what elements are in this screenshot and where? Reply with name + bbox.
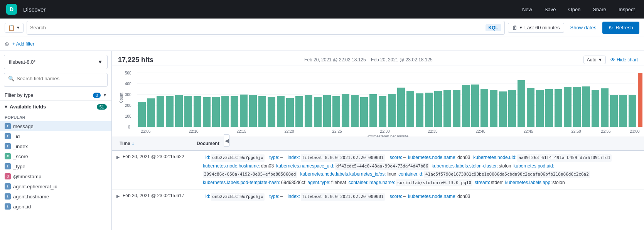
- svg-rect-54: [527, 88, 534, 127]
- svg-text:@timestamp per minute: @timestamp per minute: [368, 134, 409, 137]
- share-button[interactable]: Share: [590, 5, 609, 14]
- field-item-timestamp[interactable]: d @timestamp: [0, 171, 111, 181]
- field-item-id[interactable]: t _id: [0, 131, 111, 141]
- field-item-score[interactable]: # _score: [0, 151, 111, 161]
- table-row-header-2[interactable]: ▶ Feb 20, 2021 @ 23:02:15.617 _id: onb2v…: [112, 190, 644, 204]
- field-name-message: message: [13, 123, 34, 129]
- field-item-index[interactable]: t _index: [0, 141, 111, 151]
- filter-row: ⊕ + Add filter: [0, 37, 644, 51]
- index-pattern-label: filebeat-8.0*: [9, 59, 35, 65]
- col-doc: Document: [194, 141, 639, 146]
- expand-icon-1[interactable]: ▶: [116, 155, 120, 160]
- field-item-agent-hostname[interactable]: t agent.hostname: [0, 191, 111, 201]
- chart-header: 17,225 hits Feb 20, 2021 @ 22:02:18.125 …: [112, 51, 644, 66]
- fields-count-badge: 51: [97, 104, 107, 110]
- svg-rect-23: [240, 95, 248, 127]
- svg-text:22:55: 22:55: [601, 129, 610, 134]
- svg-rect-34: [342, 94, 349, 127]
- search-fields-icon: 🔍: [8, 76, 14, 81]
- cell-time-1: Feb 20, 2021 @ 23:02:15.622: [123, 154, 200, 159]
- field-item-agent-id[interactable]: t agent.id: [0, 201, 111, 211]
- save-button[interactable]: Save: [541, 5, 559, 14]
- calendar-icon: 🗓: [512, 25, 518, 31]
- svg-rect-59: [573, 87, 581, 127]
- cell-time-2: Feb 20, 2021 @ 23:02:15.617: [123, 193, 200, 198]
- svg-rect-60: [582, 86, 590, 127]
- search-input-wrap: KQL: [27, 21, 505, 35]
- new-button[interactable]: New: [519, 5, 535, 14]
- kql-badge[interactable]: KQL: [486, 24, 501, 31]
- svg-rect-12: [138, 102, 146, 127]
- svg-rect-39: [388, 94, 396, 127]
- sort-icon: ↓: [132, 141, 134, 146]
- time-filter[interactable]: 🗓 ▼ Last 60 minutes: [508, 23, 564, 33]
- svg-text:200: 200: [125, 103, 131, 108]
- top-nav: D Discover New Save Open Share Inspect: [0, 0, 644, 19]
- field-type-t: t: [5, 163, 11, 169]
- svg-rect-62: [601, 88, 609, 127]
- field-type-t: t: [5, 133, 11, 139]
- table-wrap: Time ↓ Document ▶ Feb 20, 2021 @ 23:02:1…: [112, 137, 644, 230]
- svg-rect-32: [323, 95, 331, 127]
- svg-rect-16: [175, 95, 183, 127]
- svg-text:0: 0: [128, 125, 130, 129]
- field-item-type[interactable]: t _type: [0, 161, 111, 171]
- svg-rect-49: [480, 89, 488, 127]
- svg-rect-36: [360, 97, 368, 127]
- filter-type-chevron: ▼: [103, 93, 107, 97]
- svg-rect-30: [305, 95, 312, 127]
- svg-text:100: 100: [125, 114, 131, 118]
- svg-rect-33: [332, 96, 340, 127]
- field-item-agent-ephemeral[interactable]: t agent.ephemeral_id: [0, 181, 111, 191]
- search-fields-input[interactable]: [17, 76, 103, 81]
- add-filter-button[interactable]: + Add filter: [12, 41, 34, 47]
- app-title: Discover: [23, 6, 46, 13]
- svg-rect-35: [351, 95, 359, 127]
- field-type-date: d: [5, 173, 11, 179]
- main-layout: filebeat-8.0* ▼ 🔍 Filter by type 0 ▼ ▾ A…: [0, 51, 644, 230]
- svg-rect-26: [268, 97, 275, 127]
- field-name-agent-id: agent.id: [13, 204, 31, 210]
- field-type-t: t: [5, 123, 11, 129]
- available-fields-title: ▾ Available fields: [5, 104, 46, 110]
- histogram-chart: 500 400 300 200 100 0: [118, 69, 642, 137]
- svg-rect-17: [184, 96, 192, 127]
- field-item-message[interactable]: t message: [0, 121, 111, 131]
- time-filter-label: Last 60 minutes: [524, 25, 560, 30]
- date-range: Feb 20, 2021 @ 22:02:18.125 – Feb 20, 20…: [304, 57, 433, 63]
- field-name-agent-ephemeral: agent.ephemeral_id: [13, 184, 57, 189]
- refresh-button[interactable]: ↻ Refresh: [602, 22, 639, 34]
- field-type-num: #: [5, 153, 11, 159]
- svg-text:500: 500: [125, 71, 131, 75]
- svg-rect-22: [231, 96, 238, 127]
- svg-text:22:35: 22:35: [428, 129, 437, 134]
- field-name-timestamp: @timestamp: [13, 174, 41, 179]
- hide-chart-button[interactable]: 👁 Hide chart: [610, 57, 638, 63]
- inspect-button[interactable]: Inspect: [615, 5, 638, 14]
- table-row-header-1[interactable]: ▶ Feb 20, 2021 @ 23:02:15.622 _id: o3b2v…: [112, 151, 644, 189]
- svg-rect-25: [258, 96, 266, 127]
- search-type-selector[interactable]: 📋 ▼: [5, 23, 24, 33]
- svg-rect-31: [314, 97, 322, 127]
- svg-text:300: 300: [125, 93, 131, 97]
- show-dates-button[interactable]: Show dates: [567, 23, 600, 32]
- refresh-icon: ↻: [609, 25, 613, 31]
- calendar-chevron: ▼: [519, 25, 523, 30]
- svg-rect-55: [536, 90, 544, 127]
- search-input[interactable]: [30, 25, 486, 30]
- svg-text:22:20: 22:20: [284, 129, 294, 134]
- popular-label: Popular: [0, 113, 111, 121]
- col-time: Time ↓: [116, 141, 194, 146]
- table-row: ▶ Feb 20, 2021 @ 23:02:15.622 _id: o3b2v…: [112, 151, 644, 190]
- auto-select[interactable]: Auto ▼: [583, 56, 606, 64]
- search-bar-row: 📋 ▼ KQL 🗓 ▼ Last 60 minutes Show dates ↻…: [0, 19, 644, 37]
- expand-icon-2[interactable]: ▶: [116, 194, 120, 199]
- svg-rect-18: [194, 96, 201, 127]
- available-fields-header[interactable]: ▾ Available fields 51: [0, 101, 111, 113]
- sidebar-collapse-button[interactable]: ◀: [224, 134, 230, 147]
- field-name-type: _type: [13, 164, 25, 169]
- field-type-t: t: [5, 193, 11, 200]
- index-pattern-selector[interactable]: filebeat-8.0* ▼: [4, 55, 108, 69]
- filter-type-row[interactable]: Filter by type 0 ▼: [0, 90, 111, 101]
- open-button[interactable]: Open: [565, 5, 584, 14]
